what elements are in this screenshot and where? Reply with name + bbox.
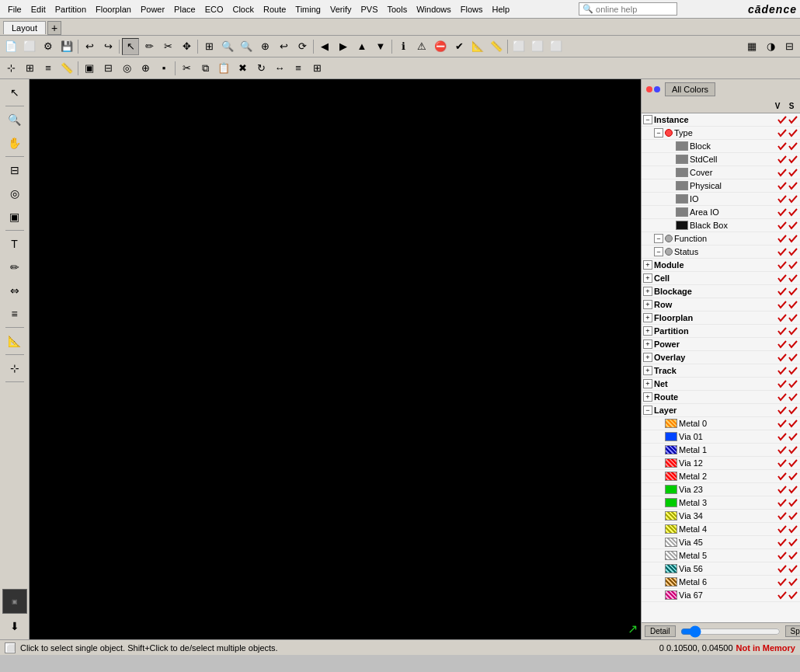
check-v-via01[interactable] <box>777 431 788 442</box>
lt-zoom[interactable]: 🔍 <box>4 109 26 131</box>
tb2-snap[interactable]: ⊹ <box>2 60 19 77</box>
all-colors-button[interactable]: All Colors <box>665 82 715 96</box>
tree-row-via67[interactable]: Via 67 <box>642 589 800 602</box>
check-v-metal3[interactable] <box>777 497 788 508</box>
check-s-physical[interactable] <box>788 180 798 191</box>
check-s-net[interactable] <box>788 378 798 389</box>
expand-btn-function[interactable]: − <box>654 234 663 243</box>
check-v-via34[interactable] <box>777 510 788 521</box>
tb2-prop[interactable]: ≡ <box>290 60 307 77</box>
check-v-via45[interactable] <box>777 537 788 548</box>
tree-row-metal0[interactable]: Metal 0 <box>642 417 800 430</box>
check-v-net[interactable] <box>777 378 788 389</box>
tb-open[interactable]: ⬜ <box>21 38 38 55</box>
expand-btn-track[interactable]: + <box>643 366 652 375</box>
tb2-paste[interactable]: 📋 <box>215 60 232 77</box>
menu-tools[interactable]: Tools <box>383 3 412 16</box>
tb-zoom-sel[interactable]: ⊕ <box>256 38 273 55</box>
tb2-ruler2[interactable]: 📏 <box>58 60 75 77</box>
tree-row-via34[interactable]: Via 34 <box>642 510 800 523</box>
menu-help[interactable]: Help <box>488 3 515 16</box>
tree-row-layer[interactable]: −Layer <box>642 404 800 417</box>
tb-move[interactable]: ✥ <box>178 38 195 55</box>
check-v-status[interactable] <box>777 246 788 257</box>
check-v-block[interactable] <box>777 141 788 151</box>
tb-zoom-out[interactable]: 🔍 <box>238 38 255 55</box>
tb-undo[interactable]: ↩ <box>81 38 98 55</box>
check-v-cover[interactable] <box>777 167 788 178</box>
check-s-function[interactable] <box>788 233 798 244</box>
check-v-module[interactable] <box>777 259 788 270</box>
check-v-via67[interactable] <box>777 590 788 601</box>
expand-btn-net[interactable]: + <box>643 379 652 388</box>
tab-layout[interactable]: Layout <box>3 21 46 34</box>
check-v-power[interactable] <box>777 339 788 350</box>
check-s-cell[interactable] <box>788 273 798 284</box>
search-input[interactable] <box>596 5 673 14</box>
expand-btn-partition[interactable]: + <box>643 326 652 336</box>
check-s-instance[interactable] <box>788 114 798 125</box>
tb-ruler[interactable]: 📏 <box>488 38 505 55</box>
expand-btn-row[interactable]: + <box>643 300 652 309</box>
check-s-stdcell[interactable] <box>788 154 798 165</box>
check-v-metal0[interactable] <box>777 418 788 429</box>
tab-add-button[interactable]: + <box>47 21 61 35</box>
tb-more1[interactable]: ⬜ <box>510 38 527 55</box>
tree-row-via45[interactable]: Via 45 <box>642 536 800 549</box>
menu-route[interactable]: Route <box>259 3 290 16</box>
tb-measure[interactable]: 📐 <box>469 38 486 55</box>
tree-row-metal5[interactable]: Metal 5 <box>642 549 800 562</box>
expand-btn-status[interactable]: − <box>654 247 663 256</box>
tree-row-via12[interactable]: Via 12 <box>642 457 800 470</box>
tb-save[interactable]: 💾 <box>58 38 75 55</box>
tree-row-overlay[interactable]: +Overlay <box>642 351 800 364</box>
expand-btn-power[interactable]: + <box>643 339 652 349</box>
tree-row-block[interactable]: Block <box>642 140 800 153</box>
tb-edit[interactable]: ✂ <box>159 38 176 55</box>
tree-row-physical[interactable]: Physical <box>642 179 800 193</box>
check-s-status[interactable] <box>788 246 798 257</box>
check-s-metal1[interactable] <box>788 444 798 455</box>
check-s-via01[interactable] <box>788 431 798 442</box>
tree-row-track[interactable]: +Track <box>642 364 800 378</box>
tb-draw[interactable]: ✏ <box>141 38 158 55</box>
tree-row-route[interactable]: +Route <box>642 391 800 404</box>
menu-flows[interactable]: Flows <box>456 3 488 16</box>
menu-pvs[interactable]: PVS <box>356 3 382 16</box>
check-v-type[interactable] <box>777 127 788 138</box>
tree-row-io[interactable]: IO <box>642 193 800 206</box>
menu-clock[interactable]: Clock <box>228 3 259 16</box>
tb-refresh[interactable]: ⟳ <box>294 38 311 55</box>
tree-row-metal4[interactable]: Metal 4 <box>642 523 800 536</box>
check-s-route[interactable] <box>788 392 798 402</box>
check-s-blockage[interactable] <box>788 286 798 297</box>
tb2-layer[interactable]: ≡ <box>40 60 57 77</box>
check-s-blackbox[interactable] <box>788 220 798 231</box>
tb2-inst[interactable]: ▣ <box>81 60 98 77</box>
check-s-floorplan[interactable] <box>788 312 798 323</box>
check-v-track[interactable] <box>777 365 788 376</box>
check-v-via56[interactable] <box>777 563 788 574</box>
lt-edit[interactable]: ✏ <box>4 256 26 278</box>
tree-row-row[interactable]: +Row <box>642 298 800 312</box>
tree-row-cover[interactable]: Cover <box>642 166 800 179</box>
check-v-floorplan[interactable] <box>777 312 788 323</box>
check-s-via56[interactable] <box>788 563 798 574</box>
tb-pan-down[interactable]: ▼ <box>372 38 389 55</box>
check-s-track[interactable] <box>788 365 798 376</box>
tree-row-partition[interactable]: +Partition <box>642 325 800 338</box>
speed-button[interactable]: Speed <box>785 625 800 637</box>
expand-btn-route[interactable]: + <box>643 392 652 402</box>
tb-warning[interactable]: ⚠ <box>413 38 430 55</box>
check-s-metal0[interactable] <box>788 418 798 429</box>
expand-btn-floorplan[interactable]: + <box>643 313 652 322</box>
tree-row-function[interactable]: −Function <box>642 232 800 245</box>
check-s-via12[interactable] <box>788 458 798 468</box>
check-s-metal3[interactable] <box>788 497 798 508</box>
lt-text[interactable]: T <box>4 233 26 255</box>
check-s-block[interactable] <box>788 141 798 151</box>
expand-btn-module[interactable]: + <box>643 260 652 270</box>
tree-row-status[interactable]: −Status <box>642 245 800 259</box>
expand-btn-blockage[interactable]: + <box>643 287 652 296</box>
tb2-align[interactable]: ⊞ <box>308 60 325 77</box>
